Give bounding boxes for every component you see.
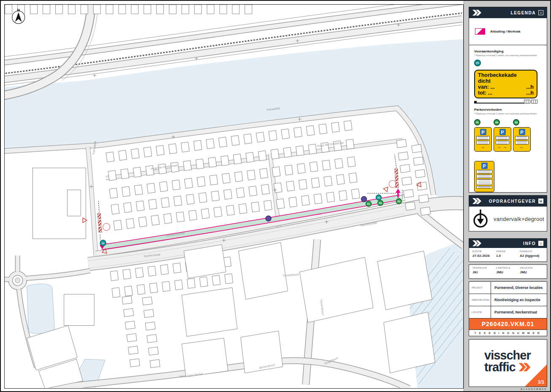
workzone-swatch-icon [475,28,485,35]
parkeerverboden-note: * Plaatsing minimaal 2 weken voor aanvan… [474,112,542,115]
svg-text:P2: P2 [379,202,382,204]
project-panel: PROJECT Purmerend, Diverse locaties OMSC… [469,281,547,336]
omschrijving-label: OMSCHRIJVING [469,294,491,306]
parking-sign-p1: P → [474,127,492,152]
project-row: PROJECT Purmerend, Diverse locaties [469,282,547,294]
locatie-row: LOCATIE Purmerend, Neckerstraat [469,306,547,318]
svg-text:V1: V1 [377,196,380,199]
brand-panel: visscher traffic 1/1 [469,339,547,387]
signoff-panel: TEKENAAR JKI CONTROLE JMU VRIJGAVE JMU [469,264,547,279]
marker-p2: P2 [377,200,383,206]
svg-text:V1: V1 [102,242,105,245]
vooraankondiging-title: Vooraankondiging [474,49,542,53]
project-label: PROJECT [469,282,491,294]
marker-purple-east [361,196,367,202]
legend-title: LEGENDA [511,11,536,15]
page-number: 1/1 [538,379,544,384]
datum-value: 27-02-2026 [472,254,496,258]
drawing-sheet: V1 P1 V1 P2 P3 Kanaaldijk Kanaaldijk Hug… [0,0,551,392]
sign-support [474,99,537,103]
client-header: OPDRACHTGEVER H [469,196,547,207]
marker-purple-mid [266,216,271,221]
marker-p3: P3 [396,199,402,204]
water-pond [27,284,55,334]
versie-label: VERSIE [496,250,520,253]
visscher-traffic-logo: visscher traffic [484,350,531,373]
datum-label: DATUM [472,250,496,253]
street-map: V1 P1 V1 P2 P3 Kanaaldijk Kanaaldijk Hug… [5,5,463,388]
client-name: vandervalk+degroot [494,216,544,222]
parking-sign-single: P [474,161,494,192]
vooraankondiging-note: * Plaatsing minimaal 2 weken voor aanvan… [474,54,542,57]
controle-value: JMU [496,270,520,274]
drawing-number: P260420.VKM.01 [469,318,547,329]
brand-chevrons-icon [472,198,479,204]
formaat-value: A2 (liggend) [520,254,543,258]
announcement-sign: Thorbeckekade dicht van: ... ...h tot: .… [474,70,537,98]
legend-header: LEGENDA ≡ [469,7,547,18]
arrow-left-icon: ← [520,145,524,149]
tekenaar-value: JKI [472,270,496,274]
vrijgave-value: JMU [520,270,543,274]
parking-p-icon: P [519,129,525,135]
info-panel: INFO i DATUM 27-02-2026 VERSIE 1.0 FORMA… [469,238,547,262]
sign-line2: dicht [478,78,534,84]
versie-value: 1.0 [496,254,520,258]
brand-chevrons-icon [472,10,479,16]
parking-p-icon: P [481,163,488,169]
controle-label: CONTROLE [496,267,520,269]
bladnummer-label: BLADNUMMER [469,388,547,390]
svg-text:P1: P1 [367,203,370,205]
sign-line3-right: ...h [526,84,534,90]
parking-sign-p2: P ← → [494,127,511,152]
sign-line1: Thorbeckekade [478,72,534,78]
sign-line4-right: ...h [526,90,534,96]
client-panel: OPDRACHTGEVER H vandervalk+degroot [469,195,547,231]
project-value: Purmerend, Diverse locaties [491,286,547,290]
omschrijving-value: Rioolreiniging en inspectie [491,298,547,302]
legend-item-label: Afsluiting / Werkvak [490,30,521,33]
info-header: INFO i [469,239,547,248]
vrijgave-label: VRIJGAVE [520,267,543,269]
formaat-label: FORMAAT [520,250,543,253]
info-badge-icon: i [538,241,543,246]
parking-p-icon: P [480,129,486,135]
locatie-label: LOCATIE [469,306,491,318]
tekenaar-label: TEKENAAR [472,267,496,269]
sign-line4-left: tot: ... [478,90,492,96]
compass-n: N [17,8,19,12]
brand-line1: visscher [484,350,531,362]
parkeerverboden-title: Parkeerverboden [474,108,542,112]
marker-v1-east: V1 [376,195,381,200]
arrow-both-icon: ← → [497,145,508,149]
omschrijving-row: OMSCHRIJVING Rioolreiniging en inspectie [469,294,547,306]
marker-p1: P1 [366,201,371,207]
brand-chevrons-icon [519,363,528,371]
brand-line2: traffic [484,362,516,373]
locatie-value: Purmerend, Neckerstraat [491,310,547,314]
sign-line3-left: van: ... [478,84,495,90]
legend-list-icon: ≡ [538,10,543,15]
brand-chevrons-icon [472,240,479,246]
drawing-number-label: TEKENINGNUMMER [469,329,547,336]
titleblock-column: LEGENDA ≡ Afsluiting / Werkvak Vooraanko… [464,1,551,392]
marker-v1-west: V1 [100,240,106,246]
svg-text:P3: P3 [397,200,400,203]
client-title: OPDRACHTGEVER [489,199,536,204]
parking-p-icon: P [499,129,506,135]
parking-sign-p3: P ← [513,127,531,152]
client-badge-icon: H [538,199,543,204]
legend-panel: LEGENDA ≡ Afsluiting / Werkvak Vooraanko… [469,7,547,193]
info-title: INFO [523,241,536,246]
map-area: V1 P1 V1 P2 P3 Kanaaldijk Kanaaldijk Hug… [4,4,464,389]
p1-marker-icon: P1 [474,119,480,125]
arrow-right-icon: → [481,145,485,149]
p2-marker-icon: P2 [494,119,500,125]
legend-item-afsluiting: Afsluiting / Werkvak [469,18,547,45]
p3-marker-icon: P3 [513,119,519,125]
v1-marker-icon: V1 [474,60,481,66]
vandervalk-logo-icon [472,209,489,229]
